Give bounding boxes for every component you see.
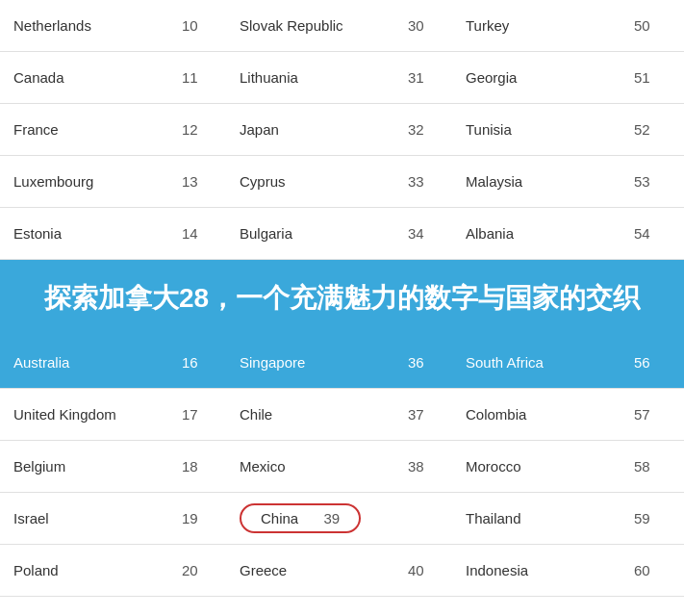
country-2: Japan — [226, 112, 394, 147]
country-1: Poland — [0, 552, 168, 588]
rank-2: 33 — [394, 164, 452, 199]
rank-3: 58 — [621, 449, 678, 484]
country-3: Colombia — [452, 397, 621, 432]
table-row: Estonia 14 Bulgaria 34 Albania 54 — [0, 208, 684, 260]
country-1: Netherlands — [0, 8, 168, 43]
table-row: Canada 11 Lithuania 31 Georgia 51 — [0, 52, 684, 104]
table-row: United Kingdom 17 Chile 37 Colombia 57 — [0, 389, 684, 441]
china-country: China — [261, 510, 298, 526]
country-3: Georgia — [452, 60, 621, 95]
rank-1: 19 — [168, 500, 226, 536]
country-1: Canada — [0, 60, 168, 95]
country-2: Chile — [226, 397, 394, 432]
country-1: Israel — [0, 500, 168, 536]
table-row: Luxembourg 13 Cyprus 33 Malaysia 53 — [0, 156, 684, 208]
rank-3: 51 — [621, 60, 678, 95]
country-1: Luxembourg — [0, 164, 168, 199]
rank-1: 16 — [168, 345, 226, 380]
rank-2: 32 — [394, 112, 452, 147]
country-3: South Africa — [452, 345, 621, 380]
rank-1: 10 — [168, 8, 226, 43]
rank-2: 30 — [394, 8, 452, 43]
rank-1: 11 — [168, 60, 226, 95]
table-row: Belgium 18 Mexico 38 Morocco 58 — [0, 441, 684, 493]
rank-2: 31 — [394, 60, 452, 95]
country-3: Botswana — [452, 604, 621, 616]
rank-1 — [168, 613, 226, 617]
rank-3: 61 — [621, 604, 678, 616]
country-1 — [0, 613, 168, 617]
china-rank: 39 — [323, 510, 340, 526]
country-2: Lithuania — [226, 60, 394, 95]
table-row-oval: Israel 19 China 39 Thailand 59 — [0, 493, 684, 545]
rank-3: 53 — [621, 164, 678, 199]
country-3: Malaysia — [452, 164, 621, 199]
country-3: Albania — [452, 216, 621, 251]
rank-2: 37 — [394, 397, 452, 432]
rank-2: 34 — [394, 216, 452, 251]
rank-3: 50 — [621, 8, 678, 43]
table-row: Botswana 61 — [0, 597, 684, 616]
country-1: France — [0, 112, 168, 147]
rank-2: 36 — [394, 345, 452, 380]
rank-1: 17 — [168, 397, 226, 432]
country-1: Australia — [0, 345, 168, 380]
country-1: Estonia — [0, 216, 168, 251]
country-1: United Kingdom — [0, 397, 168, 432]
rank-3: 52 — [621, 112, 678, 147]
china-oval-cell: China 39 — [226, 494, 452, 543]
rank-3: 60 — [621, 552, 678, 588]
country-2: Slovak Republic — [226, 8, 394, 43]
rank-1: 18 — [168, 449, 226, 484]
banner: 探索加拿大28，一个充满魅力的数字与国家的交织 — [0, 260, 684, 337]
country-3: Indonesia — [452, 552, 621, 588]
rank-2 — [394, 613, 452, 617]
country-2: Cyprus — [226, 164, 394, 199]
country-2: Greece — [226, 552, 394, 588]
country-3: Turkey — [452, 8, 621, 43]
rank-2: 38 — [394, 449, 452, 484]
rank-3: 56 — [621, 345, 678, 380]
country-2 — [226, 613, 394, 617]
country-1: Belgium — [0, 449, 168, 484]
rank-1: 13 — [168, 164, 226, 199]
rank-3: 57 — [621, 397, 678, 432]
country-2: Bulgaria — [226, 216, 394, 251]
country-2: Mexico — [226, 449, 394, 484]
table-row: Netherlands 10 Slovak Republic 30 Turkey… — [0, 0, 684, 52]
rank-1: 14 — [168, 216, 226, 251]
rank-2: 40 — [394, 552, 452, 588]
rank-3: 59 — [621, 500, 678, 536]
banner-text: 探索加拿大28，一个充满魅力的数字与国家的交织 — [44, 280, 640, 317]
country-3: Tunisia — [452, 112, 621, 147]
rank-1: 20 — [168, 552, 226, 588]
country-3: Morocco — [452, 449, 621, 484]
table-row: France 12 Japan 32 Tunisia 52 — [0, 104, 684, 156]
country-table: Netherlands 10 Slovak Republic 30 Turkey… — [0, 0, 684, 616]
table-row: Poland 20 Greece 40 Indonesia 60 — [0, 545, 684, 597]
country-2: Singapore — [226, 345, 394, 380]
rank-3: 54 — [621, 216, 678, 251]
rank-1: 12 — [168, 112, 226, 147]
table-row-highlighted: Australia 16 Singapore 36 South Africa 5… — [0, 337, 684, 389]
country-3: Thailand — [452, 500, 621, 536]
